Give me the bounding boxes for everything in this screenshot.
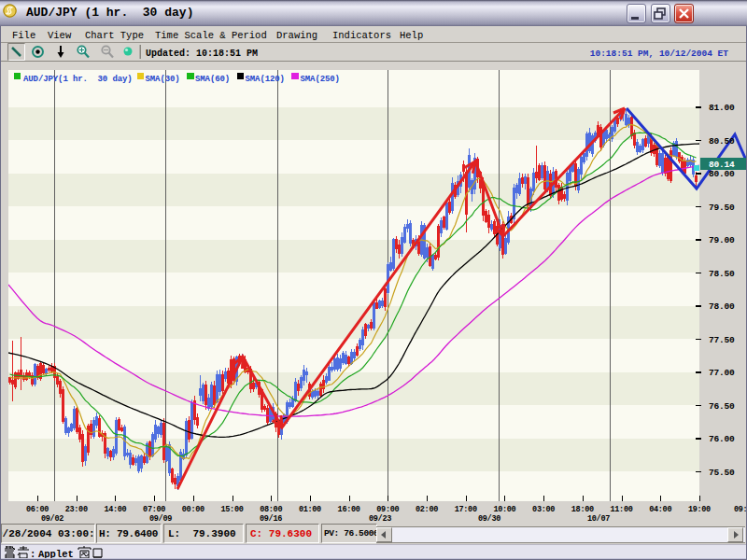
svg-text:77.00: 77.00 <box>709 368 735 378</box>
svg-text:79.50: 79.50 <box>709 203 735 213</box>
svg-text:18:00: 18:00 <box>571 505 594 514</box>
svg-text:09/30: 09/30 <box>478 514 500 524</box>
svg-text:09:00: 09:00 <box>376 505 399 514</box>
svg-text:07:00: 07:00 <box>143 505 165 514</box>
svg-text:76.00: 76.00 <box>709 434 735 444</box>
svg-text:17:00: 17:00 <box>455 505 477 514</box>
svg-text:81.00: 81.00 <box>709 103 735 113</box>
svg-text:Updated: 10:18:51 PM: Updated: 10:18:51 PM <box>146 49 258 59</box>
svg-text:06:00: 06:00 <box>26 505 49 514</box>
svg-text:09/23: 09/23 <box>369 514 391 524</box>
svg-text:80.50: 80.50 <box>709 136 735 147</box>
svg-text:04:00: 04:00 <box>649 505 671 514</box>
svg-text:10:18:51 PM, 10/12/2004 ET: 10:18:51 PM, 10/12/2004 ET <box>590 49 729 59</box>
svg-text:19:00: 19:00 <box>688 505 711 514</box>
svg-text:00:00: 00:00 <box>182 505 204 514</box>
svg-text:09/02: 09/02 <box>41 514 63 524</box>
svg-text:78.00: 78.00 <box>709 301 735 312</box>
svg-text:80.14: 80.14 <box>709 160 735 170</box>
svg-text:14:00: 14:00 <box>104 505 126 514</box>
svg-text:16:00: 16:00 <box>338 505 360 514</box>
svg-text:09:: 09: <box>734 505 747 514</box>
svg-text:77.50: 77.50 <box>709 335 735 345</box>
svg-text:11:00: 11:00 <box>610 505 632 514</box>
svg-text:80.00: 80.00 <box>709 169 735 179</box>
svg-text:02:00: 02:00 <box>416 505 438 514</box>
svg-text:SMA(60): SMA(60) <box>195 75 230 84</box>
svg-text:15:00: 15:00 <box>220 505 243 514</box>
svg-text:78.50: 78.50 <box>709 269 735 279</box>
svg-text:SMA(250): SMA(250) <box>301 75 340 84</box>
svg-text:01:00: 01:00 <box>299 505 321 514</box>
svg-text:03:00: 03:00 <box>532 505 555 514</box>
svg-text:10/07: 10/07 <box>587 514 610 524</box>
svg-text:10:00: 10:00 <box>493 505 515 514</box>
svg-text:09/16: 09/16 <box>260 514 282 524</box>
svg-text:SMA(30): SMA(30) <box>146 75 180 84</box>
svg-text:76.50: 76.50 <box>709 401 735 412</box>
svg-text:79.00: 79.00 <box>709 235 735 245</box>
svg-text:SMA(120): SMA(120) <box>246 75 285 84</box>
svg-text:23:00: 23:00 <box>65 505 88 514</box>
svg-text:08:00: 08:00 <box>260 505 282 514</box>
svg-text:09/09: 09/09 <box>149 514 172 524</box>
svg-text:75.50: 75.50 <box>709 468 735 478</box>
svg-text:AUD/JPY(1 hr. 30 day): AUD/JPY(1 hr. 30 day) <box>23 75 133 84</box>
